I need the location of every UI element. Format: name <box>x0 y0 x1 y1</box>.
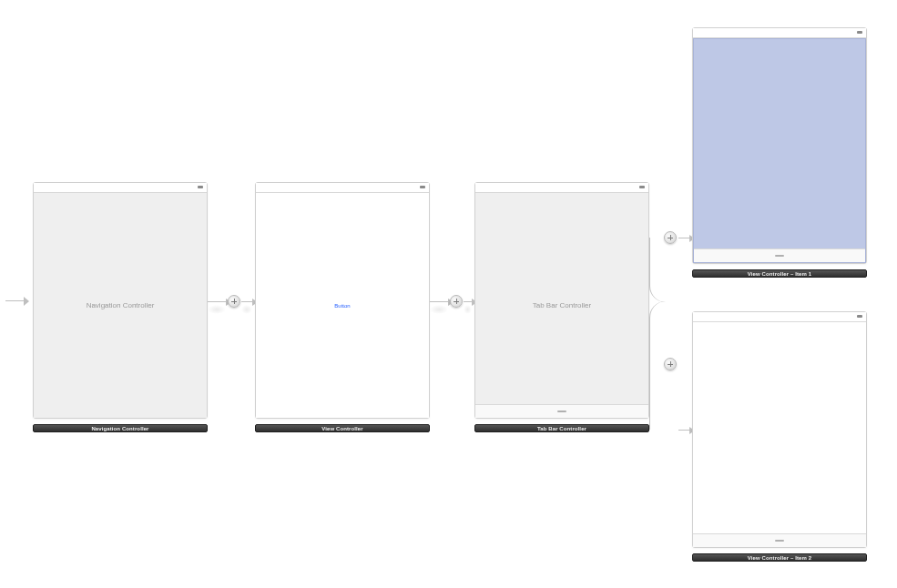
scene-body <box>693 322 866 547</box>
segue-arrow[interactable] <box>464 301 472 302</box>
status-bar <box>34 183 207 193</box>
segue-icon[interactable] <box>450 295 463 308</box>
segue-arrow[interactable] <box>430 301 448 302</box>
scene-view-controller[interactable]: Button <box>255 182 430 419</box>
status-bar <box>475 183 648 193</box>
segue-arrow[interactable] <box>241 301 252 302</box>
tab-bar-placeholder <box>693 533 866 547</box>
scene-item-1[interactable] <box>692 27 867 264</box>
segue-arrow[interactable] <box>678 430 689 431</box>
segue-arrow[interactable] <box>208 301 226 302</box>
initial-vc-arrow[interactable] <box>5 297 29 306</box>
segue-arrow[interactable] <box>649 238 671 302</box>
scene-caption-tab-bar-controller[interactable]: Tab Bar Controller <box>474 424 649 432</box>
segue-arrow[interactable] <box>678 238 689 238</box>
scene-body <box>693 38 866 263</box>
status-bar <box>693 312 866 322</box>
segue-icon[interactable] <box>664 358 677 370</box>
button[interactable]: Button <box>334 303 350 309</box>
tab-bar-placeholder <box>694 248 865 262</box>
tab-bar-placeholder <box>475 404 648 418</box>
scene-item-2[interactable] <box>692 311 867 548</box>
placeholder-label: Navigation Controller <box>87 301 155 309</box>
scene-caption-view-controller[interactable]: View Controller <box>255 424 430 432</box>
segue-icon[interactable] <box>664 231 677 244</box>
status-bar <box>693 28 866 38</box>
storyboard-canvas[interactable]: Navigation Controller Navigation Control… <box>0 0 897 588</box>
status-bar <box>256 183 429 193</box>
scene-caption-item-1[interactable]: View Controller – Item 1 <box>692 269 867 278</box>
placeholder-label: Tab Bar Controller <box>533 301 591 309</box>
segue-icon[interactable] <box>228 295 240 308</box>
scene-body: Button <box>256 193 429 418</box>
scene-navigation-controller[interactable]: Navigation Controller <box>33 182 208 419</box>
scene-tab-bar-controller[interactable]: Tab Bar Controller <box>474 182 649 419</box>
scene-caption-item-2[interactable]: View Controller – Item 2 <box>692 553 867 562</box>
scene-caption-navigation-controller[interactable]: Navigation Controller <box>33 424 208 432</box>
scene-body: Tab Bar Controller <box>475 193 648 418</box>
scene-body: Navigation Controller <box>34 193 207 418</box>
